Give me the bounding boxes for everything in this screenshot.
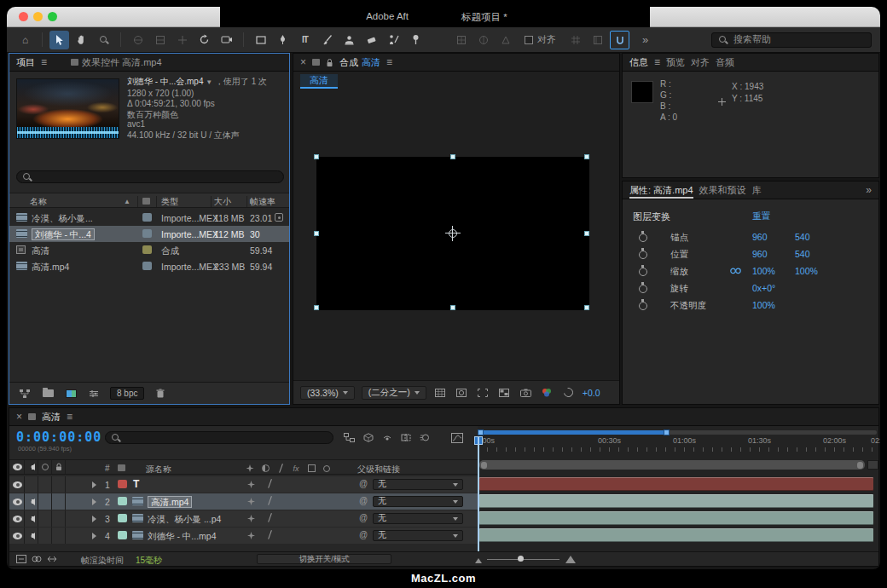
parent-dropdown[interactable]: 无 bbox=[373, 479, 463, 490]
stopwatch-icon[interactable] bbox=[638, 248, 647, 258]
frame-blend-switch-header[interactable] bbox=[306, 464, 316, 473]
brush-tool-button[interactable] bbox=[317, 31, 337, 49]
expand-in-out-panes-button[interactable] bbox=[45, 553, 59, 565]
label-column-header[interactable] bbox=[118, 464, 125, 471]
label-chip[interactable] bbox=[118, 497, 127, 505]
selection-handle[interactable] bbox=[314, 154, 319, 159]
new-folder-button[interactable] bbox=[41, 388, 55, 400]
selection-handle[interactable] bbox=[314, 305, 319, 310]
current-timecode[interactable]: 0:00:00:00 bbox=[16, 429, 101, 445]
delete-button[interactable] bbox=[154, 388, 167, 400]
layer-row[interactable]: 4 刘德华 - 中...mp4 @ 无 bbox=[9, 527, 478, 544]
titlebar[interactable]: Adobe Aft 标题项目 * bbox=[7, 7, 880, 27]
effects-switch-header[interactable]: fx bbox=[291, 464, 301, 473]
lock-toggle[interactable] bbox=[52, 510, 66, 527]
world-axis-mode-button[interactable] bbox=[473, 31, 493, 49]
hand-tool-button[interactable] bbox=[72, 31, 91, 49]
rotation-value[interactable]: 0x+0° bbox=[752, 283, 775, 293]
video-toggle[interactable] bbox=[11, 527, 25, 544]
parent-dropdown[interactable]: 无 bbox=[373, 513, 463, 524]
layer-row[interactable]: 1 T @ 无 bbox=[9, 476, 478, 493]
time-navigator-bar[interactable] bbox=[479, 460, 865, 470]
type-tool-button[interactable]: IT bbox=[295, 31, 315, 49]
quality-slash-switch[interactable] bbox=[266, 496, 274, 507]
layer-name[interactable]: 冷漠、杨小曼 ...p4 bbox=[148, 514, 221, 526]
tab-composition[interactable]: 合成高清 bbox=[339, 54, 380, 71]
pickwhip-icon[interactable]: @ bbox=[359, 479, 368, 488]
magnification-dropdown[interactable]: (33.3%) bbox=[300, 386, 355, 400]
stopwatch-icon[interactable] bbox=[638, 265, 647, 275]
tab-properties[interactable]: 属性: 高清.mp4 bbox=[629, 182, 693, 199]
label-chip[interactable] bbox=[142, 245, 152, 254]
tab-preview[interactable]: 预览 bbox=[666, 54, 685, 71]
snap-align-checkbox[interactable]: 对齐 bbox=[525, 33, 556, 46]
toggle-switches-modes-button[interactable]: 切换开关/模式 bbox=[257, 554, 391, 564]
eraser-tool-button[interactable] bbox=[362, 31, 381, 49]
toolbar-overflow-button[interactable]: » bbox=[642, 33, 648, 46]
tab-timeline-comp[interactable]: 高清 bbox=[42, 408, 61, 425]
transparency-grid-button[interactable] bbox=[497, 386, 512, 399]
tab-overflow-icon[interactable]: » bbox=[866, 184, 872, 196]
expand-layer-switches-button[interactable] bbox=[14, 553, 28, 565]
hide-shy-layers-button[interactable] bbox=[380, 431, 394, 444]
clone-stamp-tool-button[interactable] bbox=[339, 31, 359, 49]
reset-exposure-button[interactable] bbox=[561, 386, 576, 399]
close-window-button[interactable] bbox=[19, 12, 28, 21]
position-x-value[interactable]: 960 bbox=[752, 249, 768, 259]
work-area-end-handle[interactable] bbox=[664, 429, 670, 435]
reset-link[interactable]: 重置 bbox=[752, 210, 770, 222]
pen-tool-button[interactable] bbox=[273, 31, 293, 49]
navigator-start-handle[interactable] bbox=[481, 462, 487, 469]
dolly-camera-tool-button[interactable] bbox=[172, 31, 192, 49]
composition-mini-flowchart-button[interactable] bbox=[342, 431, 357, 444]
grid-and-guides-button[interactable] bbox=[433, 386, 448, 399]
selection-handle[interactable] bbox=[450, 154, 455, 159]
viewer-tab[interactable]: 高清 bbox=[300, 74, 338, 89]
zoom-out-mountain-icon[interactable] bbox=[475, 558, 482, 563]
video-toggle[interactable] bbox=[11, 493, 25, 510]
snapping-button[interactable] bbox=[610, 31, 629, 49]
orbit-camera-tool-button[interactable] bbox=[128, 31, 148, 49]
shy-switch-header[interactable] bbox=[245, 464, 255, 473]
interpret-footage-button[interactable] bbox=[18, 388, 32, 400]
layer-name[interactable]: 高清.mp4 bbox=[148, 496, 192, 508]
motion-blur-switch-header[interactable] bbox=[322, 464, 332, 473]
expand-transfer-controls-button[interactable] bbox=[30, 553, 43, 565]
close-panel-icon[interactable]: × bbox=[16, 411, 22, 423]
expander-icon[interactable] bbox=[92, 516, 100, 522]
region-of-interest-button[interactable] bbox=[476, 386, 490, 399]
solo-column-header[interactable] bbox=[38, 460, 52, 474]
zoom-in-mountain-icon[interactable] bbox=[565, 556, 576, 563]
tab-library[interactable]: 库 bbox=[752, 182, 762, 199]
rotation-tool-button[interactable] bbox=[194, 31, 214, 49]
label-chip[interactable] bbox=[142, 213, 152, 222]
motion-blur-button[interactable] bbox=[417, 431, 432, 444]
layer-duration-bar[interactable] bbox=[479, 477, 873, 491]
viewer-lock-icon[interactable] bbox=[326, 58, 333, 67]
parent-dropdown[interactable]: 无 bbox=[373, 496, 463, 507]
video-toggle[interactable] bbox=[11, 476, 25, 493]
solo-toggle[interactable] bbox=[38, 510, 52, 527]
label-chip[interactable] bbox=[118, 514, 127, 522]
panel-menu-icon[interactable]: ≡ bbox=[67, 411, 72, 423]
label-chip[interactable] bbox=[118, 480, 127, 488]
quality-switch[interactable] bbox=[247, 480, 255, 490]
anchor-point-icon[interactable] bbox=[445, 226, 461, 241]
selection-handle[interactable] bbox=[584, 154, 589, 159]
video-column-header[interactable] bbox=[11, 460, 25, 474]
solo-toggle[interactable] bbox=[38, 527, 52, 544]
lock-toggle[interactable] bbox=[52, 527, 66, 544]
solo-toggle[interactable] bbox=[38, 493, 52, 510]
stopwatch-icon[interactable] bbox=[638, 231, 647, 241]
pickwhip-icon[interactable]: @ bbox=[359, 496, 368, 505]
show-channels-button[interactable] bbox=[540, 386, 554, 399]
work-area-start-handle[interactable] bbox=[478, 429, 484, 435]
layer-duration-bar[interactable] bbox=[479, 511, 873, 525]
graph-editor-button[interactable] bbox=[449, 431, 464, 444]
scale-y-value[interactable]: 100% bbox=[795, 266, 818, 276]
quality-switch-header[interactable] bbox=[275, 464, 286, 473]
quality-switch[interactable] bbox=[247, 514, 255, 524]
guide-options-button[interactable] bbox=[588, 31, 607, 49]
collapse-switch-header[interactable] bbox=[260, 464, 270, 473]
video-toggle[interactable] bbox=[11, 510, 25, 527]
